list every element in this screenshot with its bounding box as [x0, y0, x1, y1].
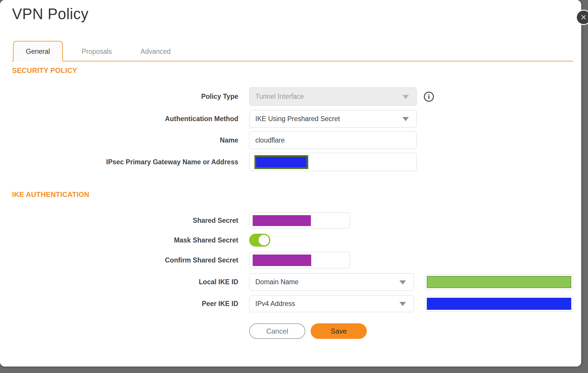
- shared-secret-input[interactable]: [249, 213, 350, 228]
- chevron-down-icon: [399, 280, 406, 285]
- tab-advanced-label: Advanced: [141, 48, 171, 56]
- local-ike-id-value-input[interactable]: [425, 274, 573, 290]
- gateway-row: IPsec Primary Gateway Name or Address: [12, 153, 417, 171]
- vpn-policy-dialog: VPN Policy General Proposals Advanced SE…: [0, 0, 581, 367]
- chevron-down-icon: [402, 117, 409, 121]
- auth-method-select[interactable]: IKE Using Preshared Secret: [249, 110, 417, 128]
- confirm-shared-secret-redaction-block: [253, 255, 311, 266]
- chevron-down-icon: [399, 302, 406, 306]
- tab-general[interactable]: General: [13, 41, 63, 61]
- peer-ike-id-label: Peer IKE ID: [12, 300, 238, 308]
- confirm-shared-secret-input[interactable]: [249, 252, 350, 268]
- tab-general-label: General: [26, 48, 50, 56]
- gateway-input[interactable]: [249, 153, 417, 171]
- local-ike-id-type-select[interactable]: Domain Name: [249, 273, 414, 291]
- peer-ike-id-type-select[interactable]: IPv4 Address: [249, 295, 414, 312]
- policy-type-label: Policy Type: [12, 93, 238, 101]
- local-ike-id-label: Local IKE ID: [12, 278, 238, 286]
- cancel-button[interactable]: Cancel: [249, 323, 305, 339]
- chevron-down-icon: [402, 95, 409, 99]
- shared-secret-redaction-block: [253, 215, 311, 226]
- tab-proposals-label: Proposals: [82, 48, 112, 56]
- tab-advanced[interactable]: Advanced: [131, 42, 181, 61]
- auth-method-value: IKE Using Preshared Secret: [255, 115, 340, 123]
- dialog-title: VPN Policy: [12, 5, 89, 23]
- name-row: Name cloudflare: [12, 131, 417, 149]
- tab-bar: General Proposals Advanced: [12, 41, 573, 61]
- shared-secret-row: Shared Secret: [12, 213, 350, 228]
- mask-shared-secret-label: Mask Shared Secret: [12, 236, 238, 244]
- shared-secret-label: Shared Secret: [12, 217, 238, 225]
- peer-ike-id-value-input[interactable]: [425, 296, 573, 312]
- local-ike-id-redaction-block: [427, 276, 571, 288]
- peer-ike-id-row: Peer IKE ID IPv4 Address: [12, 295, 573, 312]
- toggle-knob: [259, 235, 269, 245]
- confirm-shared-secret-label: Confirm Shared Secret: [12, 256, 238, 264]
- peer-ike-id-type-value: IPv4 Address: [255, 300, 295, 308]
- peer-ike-id-redaction-block: [427, 298, 571, 310]
- local-ike-id-row: Local IKE ID Domain Name: [12, 273, 573, 291]
- info-icon[interactable]: i: [424, 92, 434, 102]
- dialog-actions: Cancel Save: [12, 323, 367, 339]
- section-heading-security-policy: SECURITY POLICY: [12, 66, 77, 75]
- name-input[interactable]: cloudflare: [249, 131, 417, 149]
- policy-type-select[interactable]: Tunnel Interface: [249, 87, 417, 106]
- auth-method-label: Authentication Method: [12, 115, 238, 123]
- gateway-label: IPsec Primary Gateway Name or Address: [12, 158, 238, 166]
- policy-type-row: Policy Type Tunnel Interface i: [12, 87, 434, 106]
- gateway-redaction-block: [254, 155, 308, 169]
- confirm-shared-secret-row: Confirm Shared Secret: [12, 252, 350, 268]
- section-heading-ike-authentication: IKE AUTHENTICATION: [12, 190, 89, 199]
- local-ike-id-type-value: Domain Name: [255, 278, 299, 286]
- name-value: cloudflare: [255, 136, 285, 144]
- save-button[interactable]: Save: [311, 323, 367, 339]
- mask-shared-secret-row: Mask Shared Secret: [12, 233, 270, 247]
- mask-shared-secret-toggle[interactable]: [249, 234, 270, 247]
- name-label: Name: [12, 136, 238, 144]
- tab-proposals[interactable]: Proposals: [72, 42, 122, 61]
- auth-method-row: Authentication Method IKE Using Preshare…: [12, 110, 417, 128]
- policy-type-value: Tunnel Interface: [255, 93, 304, 101]
- screen-backdrop: VPN Policy General Proposals Advanced SE…: [0, 0, 588, 373]
